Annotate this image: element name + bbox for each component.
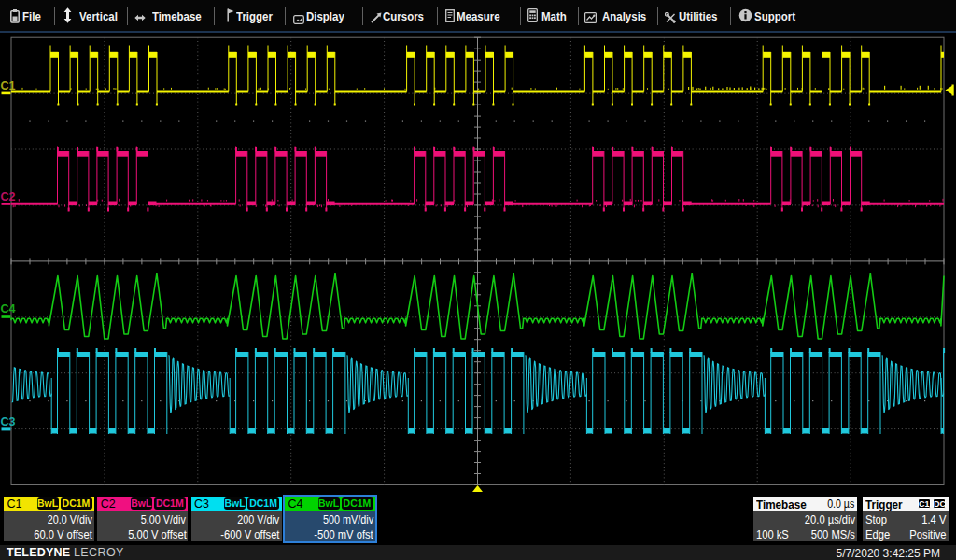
svg-text:C2: C2 <box>1 190 16 203</box>
svg-text:C4: C4 <box>1 302 16 315</box>
svg-text:C1: C1 <box>1 79 16 92</box>
svg-text:C3: C3 <box>1 415 16 428</box>
